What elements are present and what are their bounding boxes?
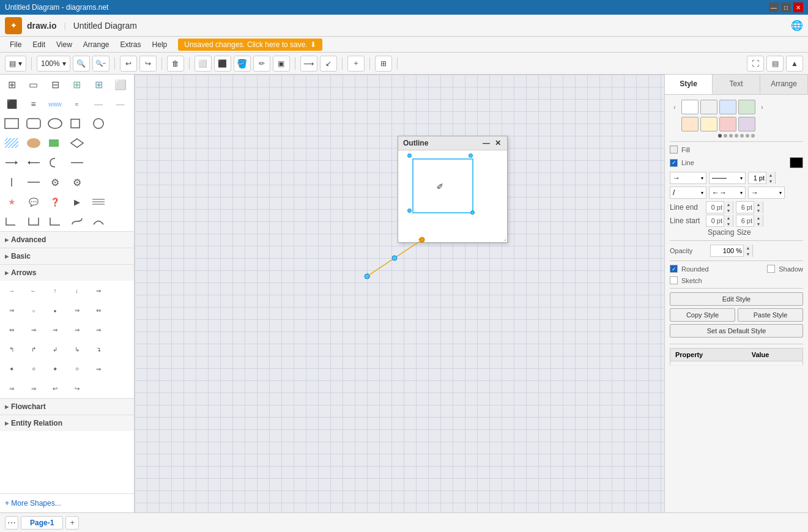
arrow5-3[interactable]: ✦ bbox=[46, 361, 64, 376]
arrow-down-solid[interactable]: ↓ bbox=[68, 283, 86, 298]
connector-button[interactable]: ⟶ bbox=[300, 56, 317, 72]
shape-misc1[interactable]: ⬛ bbox=[2, 97, 21, 111]
arrow5-6[interactable] bbox=[111, 361, 130, 376]
zoom-out-button[interactable]: 🔍− bbox=[92, 56, 109, 72]
close-button[interactable]: ✕ bbox=[793, 2, 803, 12]
outline-resize-handle[interactable] bbox=[470, 210, 475, 215]
shape-curve2[interactable] bbox=[89, 214, 108, 229]
shape-table1[interactable]: ⊞ bbox=[2, 77, 21, 92]
arrow4-2[interactable]: ↱ bbox=[24, 342, 43, 357]
arrow2-6[interactable] bbox=[111, 303, 130, 317]
line-width-up[interactable]: ▲ bbox=[766, 172, 775, 178]
arrow-right-hollow[interactable]: ⇒ bbox=[89, 283, 108, 298]
undo-button[interactable]: ↩ bbox=[120, 56, 137, 72]
add-page-button[interactable]: + bbox=[65, 516, 79, 530]
color-white[interactable] bbox=[681, 100, 699, 114]
shape-line[interactable] bbox=[68, 155, 86, 170]
arrow-up-solid[interactable]: ↑ bbox=[46, 283, 64, 298]
line-style[interactable]: —— ▾ bbox=[709, 172, 746, 184]
maximize-button[interactable]: □ bbox=[781, 2, 791, 12]
arrow-placeholder[interactable] bbox=[111, 283, 130, 298]
redo-button[interactable]: ↪ bbox=[139, 56, 157, 72]
waypoint-button[interactable]: ↙ bbox=[320, 56, 337, 72]
shape-s-curve[interactable] bbox=[68, 214, 86, 229]
color-pink[interactable] bbox=[719, 117, 736, 131]
shape-brace[interactable] bbox=[46, 155, 64, 170]
canvas-area[interactable]: Outline — ✕ ✏ ⌟ bbox=[135, 75, 664, 512]
arrow4-6[interactable] bbox=[111, 342, 130, 357]
outline-minimize-button[interactable]: — bbox=[481, 139, 491, 147]
shape-placeholder[interactable] bbox=[111, 116, 130, 131]
page-options-button[interactable]: ⋯ bbox=[5, 516, 18, 530]
arrow4-5[interactable]: ↴ bbox=[89, 342, 108, 357]
color-nav-right[interactable]: › bbox=[757, 102, 767, 112]
shape-misc4[interactable]: ≈ bbox=[68, 97, 86, 111]
shape-diamond[interactable] bbox=[68, 116, 86, 131]
arrow5-5[interactable]: ⇒ bbox=[89, 361, 108, 376]
menu-arrange[interactable]: Arrange bbox=[78, 39, 114, 51]
shape-misc6[interactable]: — bbox=[111, 97, 130, 111]
section-arrows[interactable]: Arrows bbox=[0, 264, 134, 281]
arrow2-2[interactable]: ⬦ bbox=[24, 303, 43, 317]
line-end-offset-down[interactable]: ▼ bbox=[724, 207, 733, 213]
table-button[interactable]: ⊞ bbox=[375, 56, 392, 72]
arrow2-4[interactable]: ⇒ bbox=[68, 303, 86, 317]
shape-placeholder4[interactable] bbox=[89, 155, 108, 170]
shape-misc5[interactable]: — bbox=[89, 97, 108, 111]
shape-table3[interactable]: ⊟ bbox=[46, 77, 64, 92]
line-end-offset[interactable]: 0 pt ▲ ▼ bbox=[706, 201, 733, 213]
menu-help[interactable]: Help bbox=[147, 39, 172, 51]
shape-arrow-left[interactable] bbox=[24, 155, 43, 170]
shape-table6[interactable]: ⬜ bbox=[111, 77, 130, 92]
shape-lines2[interactable] bbox=[89, 194, 108, 209]
shape-corner[interactable] bbox=[46, 214, 64, 229]
shape-arrow-right[interactable] bbox=[2, 155, 21, 170]
shape-placeholder7[interactable] bbox=[111, 175, 130, 190]
color-yellow[interactable] bbox=[700, 117, 717, 131]
shape-ellipse[interactable] bbox=[46, 116, 64, 131]
menu-view[interactable]: View bbox=[51, 39, 77, 51]
line-start-offset-down[interactable]: ▼ bbox=[724, 221, 733, 227]
menu-extras[interactable]: Extras bbox=[116, 39, 146, 51]
line-start-type[interactable]: → ▾ bbox=[670, 172, 706, 184]
shape-star[interactable]: ★ bbox=[2, 194, 21, 209]
shape-3d[interactable] bbox=[46, 136, 64, 150]
line-start-size-down[interactable]: ▼ bbox=[754, 221, 763, 227]
line-end-size-up[interactable]: ▲ bbox=[754, 201, 763, 207]
line-start-size-up[interactable]: ▲ bbox=[754, 215, 763, 221]
page-tab-1[interactable]: Page-1 bbox=[21, 516, 63, 530]
shape-placeholder9[interactable] bbox=[111, 214, 130, 229]
shape-table5[interactable]: ⊞ bbox=[89, 77, 108, 92]
insert-button[interactable]: ＋ bbox=[347, 56, 365, 72]
arrow6-4[interactable]: ↪ bbox=[68, 381, 86, 396]
line-end-size[interactable]: 6 pt ▲ ▼ bbox=[736, 201, 763, 213]
section-entity-relation[interactable]: Entity Relation bbox=[0, 415, 134, 431]
arrow6-3[interactable]: ↩ bbox=[46, 381, 64, 396]
shape-placeholder8[interactable] bbox=[111, 194, 130, 209]
outline-close-button[interactable]: ✕ bbox=[494, 139, 502, 147]
tab-text[interactable]: Text bbox=[713, 75, 760, 94]
dialog-resize-handle[interactable]: ⌟ bbox=[500, 235, 507, 242]
delete-button[interactable]: 🗑 bbox=[167, 56, 184, 72]
arrow3-6[interactable] bbox=[111, 322, 130, 337]
zoom-dropdown[interactable]: 100% ▾ bbox=[37, 56, 70, 72]
arrow5-2[interactable]: ✧ bbox=[24, 361, 43, 376]
section-basic[interactable]: Basic bbox=[0, 248, 134, 264]
tab-arrange[interactable]: Arrange bbox=[760, 75, 808, 94]
globe-icon[interactable]: 🌐 bbox=[791, 20, 803, 31]
shape-placeholder5[interactable] bbox=[111, 155, 130, 170]
line-end-offset-up[interactable]: ▲ bbox=[724, 201, 733, 207]
shape-placeholder2[interactable] bbox=[89, 136, 108, 150]
arrow2-5[interactable]: ⇔ bbox=[89, 303, 108, 317]
line-width-down[interactable]: ▼ bbox=[766, 178, 775, 184]
section-flowchart[interactable]: Flowchart bbox=[0, 398, 134, 415]
line-curve[interactable]: / ▾ bbox=[670, 187, 706, 199]
arrow3-3[interactable]: ⇒ bbox=[46, 322, 64, 337]
shape-misc3[interactable]: www bbox=[46, 97, 64, 111]
line-start-size[interactable]: 6 pt ▲ ▼ bbox=[736, 215, 763, 227]
line-start-offset[interactable]: 0 pt ▲ ▼ bbox=[706, 215, 733, 227]
shadow-button[interactable]: ▣ bbox=[273, 56, 290, 72]
shape-misc2[interactable]: ≡ bbox=[24, 97, 43, 111]
shape-placeholder6[interactable] bbox=[89, 175, 108, 190]
panel-toggle-button[interactable]: ▤ bbox=[766, 56, 784, 72]
